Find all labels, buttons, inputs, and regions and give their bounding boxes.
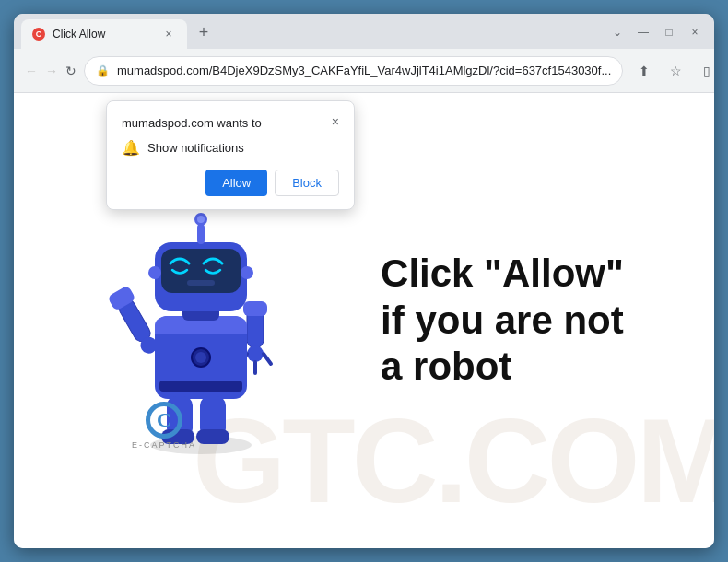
bookmark-button[interactable]: ☆ bbox=[662, 57, 689, 85]
popup-buttons: Allow Block bbox=[122, 170, 339, 196]
robot-section: C E-CAPTCHA bbox=[104, 173, 362, 468]
bell-icon: 🔔 bbox=[122, 139, 140, 157]
popup-permission-row: 🔔 Show notifications bbox=[122, 139, 339, 157]
popup-title: mumadspod.com wants to bbox=[122, 116, 262, 130]
refresh-button[interactable]: ↻ bbox=[65, 57, 76, 85]
page-content: mumadspod.com wants to × 🔔 Show notifica… bbox=[14, 93, 714, 548]
headline-text: Click "Allow" if you are not a robot bbox=[381, 251, 624, 390]
ecaptcha-label: E-CAPTCHA bbox=[132, 440, 196, 450]
notification-popup: mumadspod.com wants to × 🔔 Show notifica… bbox=[106, 100, 355, 210]
svg-point-28 bbox=[241, 266, 253, 279]
tab-title: Click Allow bbox=[53, 28, 154, 41]
svg-point-6 bbox=[247, 345, 264, 362]
share-button[interactable]: ⬆ bbox=[630, 57, 658, 85]
svg-line-9 bbox=[264, 354, 271, 364]
minimize-button[interactable]: — bbox=[631, 23, 655, 41]
popup-close-button[interactable]: × bbox=[332, 114, 339, 129]
toolbar-right: ⬆ ☆ ▯ 👤 ⋮ bbox=[630, 57, 714, 85]
toolbar: ← → ↻ 🔒 mumadspod.com/B4DjeX9DzSMy3_CAKF… bbox=[14, 49, 714, 93]
svg-rect-23 bbox=[187, 280, 215, 286]
block-button[interactable]: Block bbox=[275, 170, 339, 196]
svg-point-26 bbox=[197, 216, 205, 223]
headline-line1: Click "Allow" bbox=[381, 251, 624, 297]
maximize-button[interactable]: □ bbox=[657, 23, 681, 41]
lock-icon: 🔒 bbox=[96, 64, 110, 77]
side-panel-button[interactable]: ▯ bbox=[693, 57, 714, 85]
tab-close-button[interactable]: × bbox=[161, 27, 176, 41]
svg-rect-20 bbox=[196, 429, 229, 444]
allow-button[interactable]: Allow bbox=[205, 170, 267, 196]
window-controls: ⌄ — □ × bbox=[605, 23, 707, 41]
ecaptcha-c-logo: C bbox=[146, 402, 182, 439]
new-tab-button[interactable]: + bbox=[191, 19, 217, 45]
chevron-down-button[interactable]: ⌄ bbox=[605, 23, 629, 41]
ecaptcha-logo: C E-CAPTCHA bbox=[132, 402, 196, 450]
popup-header: mumadspod.com wants to × bbox=[122, 116, 339, 130]
svg-rect-14 bbox=[159, 381, 242, 392]
active-tab[interactable]: C Click Allow × bbox=[21, 19, 187, 49]
svg-rect-12 bbox=[155, 325, 247, 334]
headline-line3: a robot bbox=[381, 344, 624, 390]
permission-text: Show notifications bbox=[147, 141, 244, 155]
title-bar: C Click Allow × + ⌄ — □ × bbox=[14, 14, 714, 49]
back-button[interactable]: ← bbox=[25, 57, 38, 85]
url-text: mumadspod.com/B4DjeX9DzSMy3_CAKFaYfiL_Va… bbox=[117, 64, 611, 77]
window-close-button[interactable]: × bbox=[683, 23, 707, 41]
svg-point-27 bbox=[148, 266, 161, 279]
address-bar[interactable]: 🔒 mumadspod.com/B4DjeX9DzSMy3_CAKFaYfiL_… bbox=[84, 56, 623, 86]
tab-favicon: C bbox=[32, 28, 45, 41]
svg-rect-24 bbox=[197, 224, 205, 244]
favicon-letter: C bbox=[36, 29, 42, 39]
svg-point-16 bbox=[195, 352, 206, 363]
headline-line2: if you are not bbox=[381, 298, 624, 344]
forward-button[interactable]: → bbox=[45, 57, 58, 85]
browser-window: C Click Allow × + ⌄ — □ × ← → ↻ 🔒 mumads… bbox=[14, 14, 714, 548]
svg-rect-5 bbox=[243, 301, 267, 316]
